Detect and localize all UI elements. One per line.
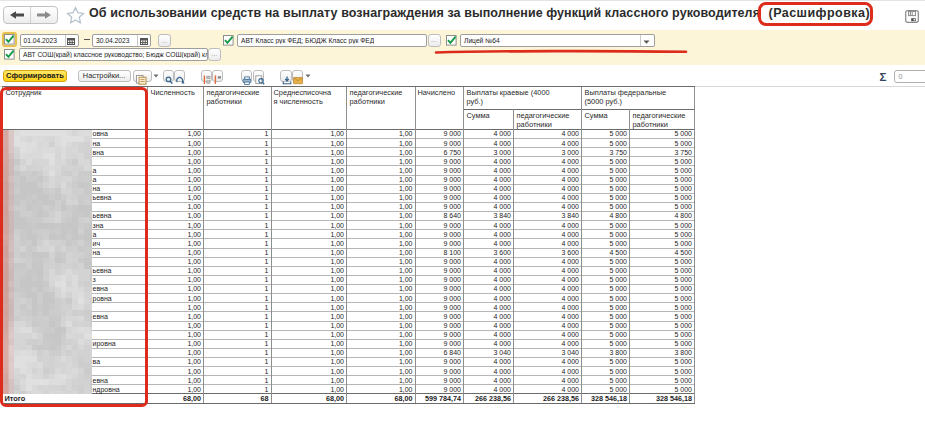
svg-text:Выплаты краевые (4000: Выплаты краевые (4000 xyxy=(467,88,550,97)
svg-text:1,00: 1,00 xyxy=(399,285,413,292)
svg-text:5 000: 5 000 xyxy=(609,176,627,183)
svg-text:1,00: 1,00 xyxy=(330,140,344,147)
svg-text:3 600: 3 600 xyxy=(493,249,511,256)
svg-text:5 000: 5 000 xyxy=(609,167,627,174)
svg-text:1,00: 1,00 xyxy=(330,130,344,137)
svg-text:9 000: 9 000 xyxy=(443,240,461,247)
svg-text:1,00: 1,00 xyxy=(399,203,413,210)
svg-text:1: 1 xyxy=(265,285,269,292)
svg-text:4 000: 4 000 xyxy=(493,322,511,329)
svg-text:9 000: 9 000 xyxy=(443,386,461,393)
svg-text:266 238,56: 266 238,56 xyxy=(543,394,579,403)
svg-text:3 040: 3 040 xyxy=(561,349,579,356)
svg-text:4 000: 4 000 xyxy=(561,368,579,375)
svg-text:1,00: 1,00 xyxy=(187,340,201,347)
svg-text:1,00: 1,00 xyxy=(330,285,344,292)
svg-text:3 800: 3 800 xyxy=(674,349,692,356)
svg-text:1,00: 1,00 xyxy=(187,267,201,274)
svg-text:педагогические: педагогические xyxy=(633,111,686,120)
svg-text:5 000: 5 000 xyxy=(674,267,692,274)
svg-text:1: 1 xyxy=(265,304,269,311)
svg-text:5 000: 5 000 xyxy=(609,377,627,384)
svg-text:1,00: 1,00 xyxy=(187,358,201,365)
svg-text:5 000: 5 000 xyxy=(609,140,627,147)
svg-text:1: 1 xyxy=(265,276,269,283)
svg-text:1,00: 1,00 xyxy=(187,222,201,229)
svg-text:68,00: 68,00 xyxy=(183,394,201,403)
svg-text:1,00: 1,00 xyxy=(187,194,201,201)
svg-text:68: 68 xyxy=(261,394,269,403)
svg-text:1,00: 1,00 xyxy=(399,386,413,393)
svg-text:9 000: 9 000 xyxy=(443,322,461,329)
svg-text:1: 1 xyxy=(265,313,269,320)
svg-text:работники: работники xyxy=(350,97,385,106)
svg-text:4 000: 4 000 xyxy=(493,130,511,137)
svg-text:4 000: 4 000 xyxy=(493,222,511,229)
svg-text:5 000: 5 000 xyxy=(609,130,627,137)
svg-text:1,00: 1,00 xyxy=(399,240,413,247)
svg-text:3 040: 3 040 xyxy=(493,349,511,356)
svg-text:1: 1 xyxy=(265,240,269,247)
svg-text:4 000: 4 000 xyxy=(561,194,579,201)
svg-text:5 000: 5 000 xyxy=(609,304,627,311)
svg-text:1,00: 1,00 xyxy=(187,185,201,192)
svg-text:1: 1 xyxy=(265,176,269,183)
svg-text:4 000: 4 000 xyxy=(561,158,579,165)
svg-text:4 000: 4 000 xyxy=(493,304,511,311)
svg-text:5 000: 5 000 xyxy=(674,340,692,347)
svg-text:5 000: 5 000 xyxy=(609,158,627,165)
svg-text:5 000: 5 000 xyxy=(674,313,692,320)
svg-text:1,00: 1,00 xyxy=(187,167,201,174)
svg-text:328 546,18: 328 546,18 xyxy=(591,394,627,403)
svg-text:4 000: 4 000 xyxy=(561,322,579,329)
svg-text:3 750: 3 750 xyxy=(674,149,692,156)
svg-text:5 000: 5 000 xyxy=(674,185,692,192)
svg-text:1,00: 1,00 xyxy=(399,149,413,156)
svg-text:1,00: 1,00 xyxy=(399,158,413,165)
svg-text:4 000: 4 000 xyxy=(493,267,511,274)
svg-text:4 000: 4 000 xyxy=(493,358,511,365)
svg-text:4 000: 4 000 xyxy=(561,331,579,338)
svg-text:1,00: 1,00 xyxy=(187,304,201,311)
svg-text:4 000: 4 000 xyxy=(561,340,579,347)
svg-text:5 000: 5 000 xyxy=(674,222,692,229)
svg-text:3 840: 3 840 xyxy=(561,212,579,219)
svg-text:1,00: 1,00 xyxy=(399,295,413,302)
svg-text:9 000: 9 000 xyxy=(443,331,461,338)
svg-text:4 000: 4 000 xyxy=(561,240,579,247)
svg-text:4 000: 4 000 xyxy=(561,203,579,210)
svg-text:1,00: 1,00 xyxy=(330,167,344,174)
svg-text:1,00: 1,00 xyxy=(187,158,201,165)
svg-text:1,00: 1,00 xyxy=(187,231,201,238)
svg-text:4 000: 4 000 xyxy=(561,358,579,365)
svg-text:1,00: 1,00 xyxy=(330,258,344,265)
svg-text:4 000: 4 000 xyxy=(561,222,579,229)
svg-text:1: 1 xyxy=(265,368,269,375)
svg-text:9 000: 9 000 xyxy=(443,377,461,384)
svg-text:1,00: 1,00 xyxy=(330,231,344,238)
svg-text:4 000: 4 000 xyxy=(561,185,579,192)
svg-text:328 546,18: 328 546,18 xyxy=(656,394,692,403)
svg-text:68,00: 68,00 xyxy=(395,394,413,403)
svg-text:5 000: 5 000 xyxy=(609,331,627,338)
svg-text:9 000: 9 000 xyxy=(443,267,461,274)
svg-text:1,00: 1,00 xyxy=(399,140,413,147)
svg-text:1: 1 xyxy=(265,158,269,165)
svg-text:Начислено: Начислено xyxy=(418,88,456,97)
svg-text:1: 1 xyxy=(265,267,269,274)
svg-text:работники: работники xyxy=(633,120,668,129)
svg-text:9 000: 9 000 xyxy=(443,295,461,302)
svg-text:4 000: 4 000 xyxy=(493,340,511,347)
svg-text:4 000: 4 000 xyxy=(493,295,511,302)
svg-text:9 000: 9 000 xyxy=(443,358,461,365)
svg-text:1,00: 1,00 xyxy=(330,222,344,229)
svg-text:4 000: 4 000 xyxy=(561,295,579,302)
svg-text:1,00: 1,00 xyxy=(399,377,413,384)
svg-text:1,00: 1,00 xyxy=(330,368,344,375)
svg-text:Среднесписочна: Среднесписочна xyxy=(274,88,332,97)
svg-text:4 500: 4 500 xyxy=(674,249,692,256)
svg-text:1: 1 xyxy=(265,222,269,229)
svg-text:1: 1 xyxy=(265,149,269,156)
svg-text:1,00: 1,00 xyxy=(399,358,413,365)
svg-text:8 100: 8 100 xyxy=(443,249,461,256)
